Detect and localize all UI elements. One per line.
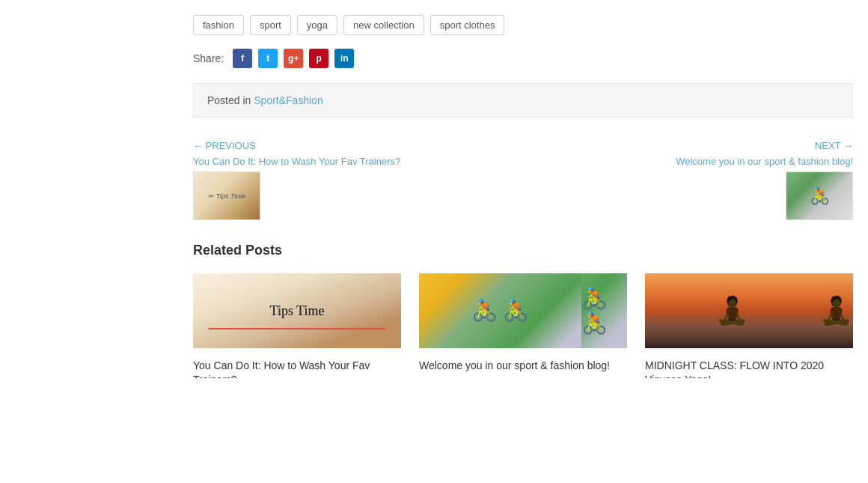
related-post-title-0: You Can Do It: How to Wash Your Fav Trai… [193, 359, 401, 378]
nav-previous: ← PREVIOUS You Can Do It: How to Wash Yo… [193, 140, 400, 220]
related-post-item: MIDNIGHT CLASS: FLOW INTO 2020 Vinyasa Y… [645, 273, 853, 348]
nav-next: NEXT → Welcome you in our sport & fashio… [676, 140, 853, 220]
related-post-image-yoga[interactable] [645, 273, 853, 348]
posted-in-bar: Posted in Sport&Fashion [193, 83, 853, 118]
main-content: fashionsportyoganew collectionsport clot… [0, 0, 868, 378]
related-post-title-2: MIDNIGHT CLASS: FLOW INTO 2020 Vinyasa Y… [645, 359, 853, 378]
post-navigation: ← PREVIOUS You Can Do It: How to Wash Yo… [193, 140, 853, 220]
posted-in-category-link[interactable]: Sport&Fashion [254, 94, 323, 106]
tag-fashion[interactable]: fashion [193, 15, 244, 35]
nav-prev-title[interactable]: You Can Do It: How to Wash Your Fav Trai… [193, 156, 400, 167]
related-posts-grid: You Can Do It: How to Wash Your Fav Trai… [193, 273, 853, 348]
share-row: Share: ftg+pin [193, 49, 853, 68]
related-post-item: You Can Do It: How to Wash Your Fav Trai… [193, 273, 401, 348]
tag-sport-clothes[interactable]: sport clothes [430, 15, 505, 35]
share-label: Share: [193, 52, 224, 64]
social-linkedin-icon[interactable]: in [334, 49, 354, 68]
related-post-title-1: Welcome you in our sport & fashion blog! [419, 359, 627, 374]
posted-in-prefix: Posted in [207, 94, 251, 106]
related-post-image-cycling[interactable] [419, 273, 627, 348]
related-posts-section: Related Posts You Can Do It: How to Wash… [193, 243, 853, 348]
nav-prev-label[interactable]: ← PREVIOUS [193, 140, 400, 151]
social-pinterest-icon[interactable]: p [309, 49, 328, 68]
nav-next-title[interactable]: Welcome you in our sport & fashion blog! [676, 156, 853, 167]
tag-sport[interactable]: sport [250, 15, 291, 35]
social-twitter-icon[interactable]: t [258, 49, 278, 68]
tag-yoga[interactable]: yoga [297, 15, 337, 35]
tags-row: fashionsportyoganew collectionsport clot… [193, 7, 853, 35]
nav-prev-thumbnail[interactable] [193, 171, 260, 220]
related-posts-heading: Related Posts [193, 243, 853, 258]
social-facebook-icon[interactable]: f [233, 49, 252, 68]
tag-new-collection[interactable]: new collection [343, 15, 424, 35]
nav-next-thumbnail[interactable] [786, 171, 853, 220]
related-post-image-pencils[interactable] [193, 273, 401, 348]
related-post-item: Welcome you in our sport & fashion blog! [419, 273, 627, 348]
social-google-plus-icon[interactable]: g+ [284, 49, 303, 68]
nav-next-label[interactable]: NEXT → [815, 140, 853, 151]
